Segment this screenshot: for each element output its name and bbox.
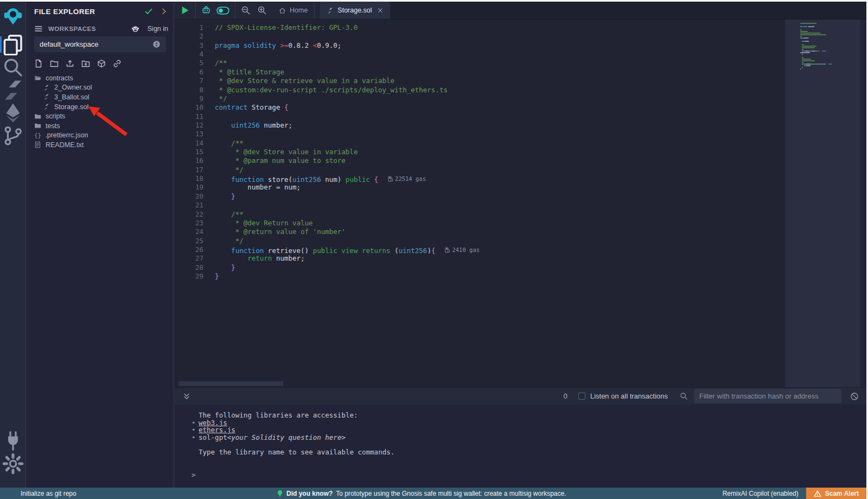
ai-copilot-icon[interactable] xyxy=(201,5,211,15)
sol-icon xyxy=(43,84,50,91)
doc-icon xyxy=(34,141,41,148)
status-bar: Initialize as git repo Did you know? To … xyxy=(0,488,866,499)
remix-ide-window: FILE EXPLORER WORKSPACES Sign in default… xyxy=(0,2,866,499)
run-script-button[interactable] xyxy=(180,5,190,15)
line-numbers: 1234567891011121314151617181920212223242… xyxy=(175,23,215,281)
terminal-line: The following libraries are accessible: xyxy=(175,412,866,419)
search-icon xyxy=(680,392,688,400)
main-area: Home Storage.sol 12345678910111213141516… xyxy=(175,2,866,488)
copilot-status[interactable]: RemixAI Copilot (enabled) xyxy=(723,490,799,497)
rail-item-solidity-compiler[interactable] xyxy=(0,79,26,101)
scrollbar-track[interactable] xyxy=(860,20,866,387)
file-tree-item-scripts[interactable]: scripts xyxy=(27,111,174,121)
terminal-line xyxy=(175,441,866,449)
tab-home[interactable]: Home xyxy=(272,2,315,19)
rail-item-file-explorer[interactable] xyxy=(0,34,26,55)
remix-logo[interactable] xyxy=(2,4,24,27)
filter-input[interactable] xyxy=(694,389,841,403)
file-tree: contracts2_Owner.sol3_Ballot.solStorage.… xyxy=(27,73,174,150)
hamburger-icon[interactable] xyxy=(34,24,43,33)
clear-console-icon[interactable] xyxy=(850,392,859,401)
expand-terminal-icon[interactable] xyxy=(182,392,191,401)
zoom-out-icon[interactable] xyxy=(241,5,251,15)
terminal[interactable]: The following libraries are accessible:•… xyxy=(175,405,866,488)
rail-item-git[interactable] xyxy=(0,125,26,147)
icon-rail xyxy=(0,2,26,488)
listen-all-checkbox[interactable] xyxy=(578,393,585,400)
file-tree-item-storage.sol[interactable]: Storage.sol xyxy=(27,102,174,112)
minimap-region[interactable] xyxy=(785,20,861,387)
rail-item-deploy-run[interactable] xyxy=(0,102,26,124)
folder-icon xyxy=(34,122,41,129)
scam-alert-button[interactable]: Scam Alert xyxy=(806,488,866,499)
new-file-icon[interactable] xyxy=(34,59,43,68)
git-init-button[interactable]: Initialize as git repo xyxy=(0,490,76,497)
file-tree-item-readme.txt[interactable]: README.txt xyxy=(27,140,174,150)
fuel-icon xyxy=(388,176,393,182)
cube-icon[interactable] xyxy=(97,59,106,68)
zoom-in-icon[interactable] xyxy=(257,5,267,15)
new-folder-icon[interactable] xyxy=(50,59,59,68)
did-you-know-tip: Did you know? To prototype using the Gno… xyxy=(277,490,566,497)
lightbulb-icon xyxy=(277,490,283,497)
terminal-header: 0 Listen on all transactions xyxy=(175,387,866,405)
chevron-right-icon[interactable] xyxy=(159,7,168,16)
folder-icon xyxy=(34,113,41,120)
panel-title: FILE EXPLORER xyxy=(34,8,95,16)
code-lines: // SPDX-License-Identifier: GPL-3.0 prag… xyxy=(215,23,480,281)
gas-estimate-badge: 22514 gas xyxy=(388,174,426,183)
file-tree-item-tests[interactable]: tests xyxy=(27,121,174,131)
rail-item-plugin-manager[interactable] xyxy=(0,430,26,452)
tab-storage-sol[interactable]: Storage.sol xyxy=(320,2,390,19)
workspace-name: default_workspace xyxy=(40,40,98,48)
terminal-line: •web3.js xyxy=(175,419,866,427)
file-tree-item-3_ballot.sol[interactable]: 3_Ballot.sol xyxy=(27,92,174,102)
braces-icon: {} xyxy=(34,132,41,139)
close-tab-icon[interactable] xyxy=(377,7,384,14)
terminal-line: Type the library name to see available c… xyxy=(175,449,866,456)
updown-icon xyxy=(152,40,161,48)
rail-item-search[interactable] xyxy=(0,56,26,78)
sol-icon xyxy=(43,93,50,100)
terminal-line: •ethers.js xyxy=(175,426,866,434)
upload-file-icon[interactable] xyxy=(66,59,74,68)
explorer-toolbar xyxy=(34,59,122,68)
copilot-toggle[interactable] xyxy=(216,5,229,15)
gas-estimate-badge: 2410 gas xyxy=(445,245,480,254)
file-explorer-panel: FILE EXPLORER WORKSPACES Sign in default… xyxy=(27,2,174,488)
github-icon xyxy=(131,25,139,33)
check-icon[interactable] xyxy=(144,7,153,16)
listen-all-label: Listen on all transactions xyxy=(590,392,668,400)
workspaces-label: WORKSPACES xyxy=(48,26,96,32)
workspace-select[interactable]: default_workspace xyxy=(34,36,166,52)
file-tree-item-.prettierrc.json[interactable]: {}.prettierrc.json xyxy=(27,131,174,141)
signin-button[interactable]: Sign in xyxy=(131,25,168,33)
folder-open-icon xyxy=(34,74,41,81)
link-icon[interactable] xyxy=(113,59,122,68)
editor-nav: Home Storage.sol xyxy=(175,2,866,20)
upload-folder-icon[interactable] xyxy=(81,59,90,68)
rail-item-settings[interactable] xyxy=(0,453,26,475)
code-editor[interactable]: 1234567891011121314151617181920212223242… xyxy=(175,20,866,387)
fuel-icon xyxy=(445,247,450,253)
terminal-prompt[interactable]: > xyxy=(192,471,196,479)
solidity-file-icon xyxy=(327,7,334,14)
file-tree-item-2_owner.sol[interactable]: 2_Owner.sol xyxy=(27,83,174,93)
home-icon xyxy=(279,7,286,14)
warning-icon xyxy=(814,490,821,497)
sol-icon xyxy=(43,103,50,110)
file-tree-item-contracts[interactable]: contracts xyxy=(27,73,174,83)
transaction-count: 0 xyxy=(564,392,567,400)
horizontal-scrollbar[interactable] xyxy=(178,381,283,386)
terminal-line: •sol-gpt <your Solidity question here> xyxy=(175,434,866,441)
